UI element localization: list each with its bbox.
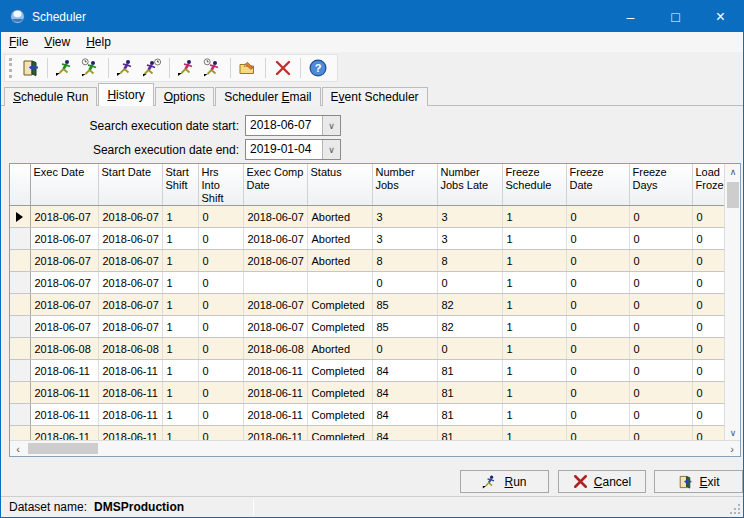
column-header[interactable]: Exec Comp Date [243, 164, 307, 206]
table-row[interactable]: 2018-06-072018-06-0710001000 [10, 272, 725, 294]
run-purple-clock-icon[interactable] [140, 56, 164, 80]
cell: 2018-06-11 [30, 382, 98, 404]
column-header[interactable]: Freeze Days [629, 164, 692, 206]
tab-event-scheduler[interactable]: Event Scheduler [322, 87, 428, 106]
column-header[interactable]: Freeze Schedule [502, 164, 566, 206]
search-start-dropdown-button[interactable]: ∨ [322, 116, 340, 135]
toolbar-separator [230, 58, 231, 78]
cell: 2018-06-11 [30, 404, 98, 426]
edit-folder-icon[interactable] [236, 56, 260, 80]
column-header[interactable]: Number Jobs [372, 164, 437, 206]
cell: 2018-06-07 [30, 294, 98, 316]
tab-history[interactable]: History [98, 83, 153, 106]
column-header[interactable]: Hrs Into Shift [198, 164, 243, 206]
cell: 2018-06-11 [98, 404, 162, 426]
run-red-clock-icon[interactable] [201, 56, 225, 80]
vertical-scrollbar[interactable]: ∧ ∨ [724, 164, 740, 441]
search-start-combo[interactable]: 2018-06-07 ∨ [245, 115, 341, 136]
search-end-combo[interactable]: 2019-01-04 ∨ [245, 139, 341, 160]
cell: 81 [437, 382, 502, 404]
exit-door-icon[interactable] [18, 56, 42, 80]
table-row[interactable]: 2018-06-072018-06-07102018-06-07Aborted8… [10, 250, 725, 272]
minimize-button[interactable]: – [608, 1, 653, 32]
close-button[interactable]: × [698, 1, 743, 32]
run-purple-icon[interactable] [114, 56, 138, 80]
maximize-button[interactable]: □ [653, 1, 698, 32]
cell: Aborted [307, 206, 372, 228]
minimize-icon: – [627, 9, 635, 25]
row-selector[interactable] [10, 272, 30, 294]
horizontal-scrollbar[interactable]: ‹ › [10, 440, 740, 456]
scroll-right-button[interactable]: › [724, 441, 740, 456]
toolbar-grip[interactable] [9, 58, 12, 78]
search-end-label: Search execution date end: [1, 143, 239, 157]
menu-help[interactable]: Help [78, 33, 119, 51]
column-header[interactable]: Start Date [98, 164, 162, 206]
column-header[interactable]: Load Froze [692, 164, 725, 206]
run-green-icon[interactable] [53, 56, 77, 80]
run-green-clock-icon[interactable] [79, 56, 103, 80]
table-row[interactable]: 2018-06-082018-06-08102018-06-08Aborted0… [10, 338, 725, 360]
menu-view[interactable]: View [36, 33, 78, 51]
cell: 0 [629, 404, 692, 426]
cell: 0 [692, 360, 725, 382]
cell: 3 [372, 228, 437, 250]
scroll-up-button[interactable]: ∧ [725, 164, 741, 180]
scroll-down-icon: ∨ [730, 428, 737, 438]
row-selector[interactable] [10, 316, 30, 338]
row-selector[interactable] [10, 250, 30, 272]
run-red-icon[interactable] [175, 56, 199, 80]
cancel-x-icon[interactable] [271, 56, 295, 80]
cell: 0 [692, 294, 725, 316]
tab-schedule-run[interactable]: Schedule Run [4, 87, 97, 106]
table-row[interactable]: 2018-06-072018-06-07102018-06-07Aborted3… [10, 206, 725, 228]
cell: 1 [502, 250, 566, 272]
run-button[interactable]: Run [460, 470, 549, 493]
titlebar[interactable]: Scheduler – □ × [1, 1, 743, 32]
cell: 1 [162, 272, 198, 294]
table-row[interactable]: 2018-06-112018-06-11102018-06-11Complete… [10, 382, 725, 404]
column-header[interactable]: Start Shift [162, 164, 198, 206]
row-selector[interactable] [10, 404, 30, 426]
row-selector[interactable] [10, 294, 30, 316]
search-end-dropdown-button[interactable]: ∨ [322, 140, 340, 159]
horizontal-scroll-thumb[interactable] [28, 443, 98, 454]
scroll-left-button[interactable]: ‹ [10, 441, 26, 456]
scroll-up-icon: ∧ [730, 167, 737, 177]
cell: 0 [566, 316, 629, 338]
column-header[interactable]: Status [307, 164, 372, 206]
row-selector[interactable] [10, 228, 30, 250]
resize-grip-icon[interactable] [729, 503, 741, 515]
table-row[interactable]: 2018-06-112018-06-11102018-06-11Complete… [10, 404, 725, 426]
table-row[interactable]: 2018-06-072018-06-07102018-06-07Complete… [10, 294, 725, 316]
column-header[interactable]: Exec Date [30, 164, 98, 206]
vertical-scroll-thumb[interactable] [727, 182, 739, 208]
exit-button[interactable]: Exit [654, 470, 743, 493]
table-row[interactable]: 2018-06-072018-06-07102018-06-07Complete… [10, 316, 725, 338]
tab-options[interactable]: Options [155, 87, 214, 106]
menu-file[interactable]: File [1, 33, 36, 51]
cell: 0 [566, 206, 629, 228]
cell: 2018-06-07 [30, 250, 98, 272]
tab-scheduler-email[interactable]: Scheduler Email [215, 87, 320, 106]
cell: 0 [629, 272, 692, 294]
scroll-down-button[interactable]: ∨ [725, 425, 741, 441]
table-row[interactable]: 2018-06-072018-06-07102018-06-07Aborted3… [10, 228, 725, 250]
help-icon[interactable]: ? [306, 56, 330, 80]
cell: Aborted [307, 338, 372, 360]
table-row[interactable]: 2018-06-112018-06-11102018-06-11Complete… [10, 360, 725, 382]
cell: 2018-06-07 [243, 206, 307, 228]
cell: 0 [629, 206, 692, 228]
row-selector[interactable] [10, 206, 30, 228]
row-selector[interactable] [10, 360, 30, 382]
cell: 2018-06-08 [243, 338, 307, 360]
cancel-button[interactable]: Cancel [558, 470, 646, 493]
search-start-value: 2018-06-07 [246, 116, 322, 135]
column-header[interactable]: Number Jobs Late [437, 164, 502, 206]
run-icon [482, 474, 498, 490]
row-selector[interactable] [10, 382, 30, 404]
cell: 1 [162, 294, 198, 316]
cell: Aborted [307, 250, 372, 272]
column-header[interactable]: Freeze Date [566, 164, 629, 206]
row-selector[interactable] [10, 338, 30, 360]
